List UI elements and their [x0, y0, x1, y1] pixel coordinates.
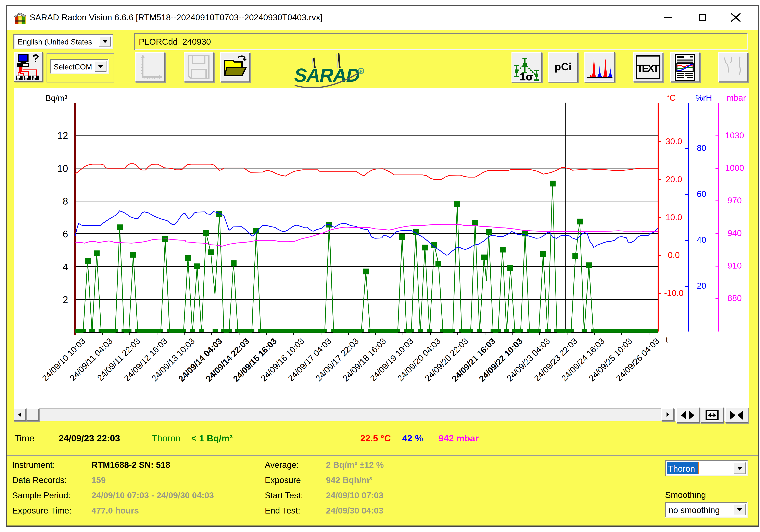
svg-text:1σ: 1σ	[520, 70, 533, 82]
svg-text:TEXT: TEXT	[637, 63, 659, 74]
svg-text:R: R	[360, 69, 363, 73]
svg-text:?: ?	[32, 53, 39, 65]
